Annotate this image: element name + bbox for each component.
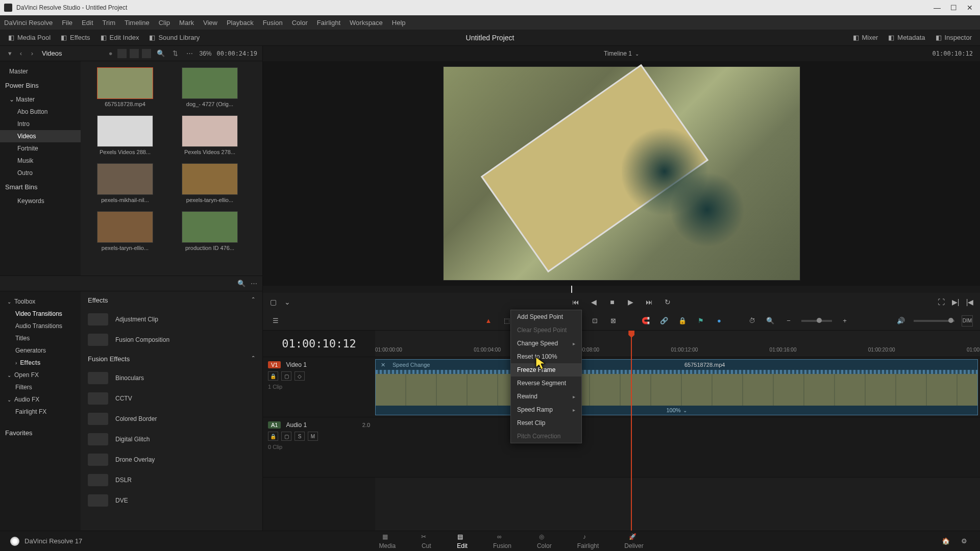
collapse-icon[interactable]: ⌃ — [251, 355, 255, 363]
ctx-change-speed[interactable]: Change Speed▸ — [511, 337, 581, 350]
dropdown-icon[interactable]: ▾ — [5, 49, 14, 58]
clip-thumbnail[interactable] — [97, 211, 153, 243]
clip-item[interactable]: Pexels Videos 278... — [172, 115, 248, 155]
nav-back-icon[interactable]: ‹ — [16, 49, 26, 58]
view-grid-icon[interactable] — [130, 49, 139, 58]
menu-fusion[interactable]: Fusion — [263, 19, 283, 27]
dim-button[interactable]: DIM — [962, 315, 973, 327]
effect-dslr[interactable]: DSLR — [81, 470, 262, 490]
zoom-pct[interactable]: 36% — [199, 50, 211, 57]
page-tab-color[interactable]: ◎Color — [537, 533, 552, 549]
view-list-icon[interactable] — [142, 49, 151, 58]
ctx-reverse-segment[interactable]: Reverse Segment — [511, 377, 581, 390]
bin-abo-button[interactable]: Abo Button — [0, 106, 81, 118]
page-tab-fairlight[interactable]: ♪Fairlight — [577, 533, 599, 549]
flag-icon[interactable]: ⚑ — [695, 315, 706, 327]
view-thumb-icon[interactable] — [117, 49, 127, 58]
media-pool[interactable]: ◧Media Pool — [8, 34, 51, 41]
menu-clip[interactable]: Clip — [159, 19, 170, 27]
bin-intro[interactable]: Intro — [0, 118, 81, 130]
link-icon[interactable]: 🔗 — [658, 315, 670, 327]
favorites-header[interactable]: Favorites — [0, 425, 81, 441]
loop-icon[interactable]: ↻ — [663, 297, 673, 307]
bin-videos[interactable]: Videos — [0, 130, 81, 142]
effects-tree-audio-transitions[interactable]: Audio Transitions — [0, 320, 81, 332]
search-icon[interactable]: 🔍 — [237, 280, 246, 287]
track-badge-a1[interactable]: A1 — [268, 421, 281, 429]
effects-tree-toolbox[interactable]: ⌄Toolbox — [0, 295, 81, 308]
ctx-rewind[interactable]: Rewind▸ — [511, 390, 581, 403]
edit-index[interactable]: ◧Edit Index — [101, 34, 139, 41]
timeline-view-icon[interactable]: ☰ — [270, 315, 281, 327]
bin-musik[interactable]: Musik — [0, 155, 81, 167]
menu-timeline[interactable]: Timeline — [125, 19, 150, 27]
metadata[interactable]: ◧Metadata — [888, 34, 925, 41]
effect-adjustment-clip[interactable]: Adjustment Clip — [81, 309, 262, 330]
magnet-icon[interactable]: 🧲 — [640, 315, 651, 327]
clip-item[interactable]: dog_- 4727 (Orig... — [172, 67, 248, 107]
page-tab-deliver[interactable]: 🚀Deliver — [624, 533, 643, 549]
nav-fwd-icon[interactable]: › — [28, 49, 37, 58]
effects-tree-titles[interactable]: Titles — [0, 332, 81, 344]
page-tab-edit[interactable]: ▤Edit — [457, 533, 468, 549]
overwrite-icon[interactable]: ⊡ — [589, 315, 600, 327]
clip-thumbnail[interactable] — [182, 67, 238, 99]
clip-thumbnail[interactable] — [97, 67, 153, 99]
more-icon[interactable]: ⋯ — [185, 49, 194, 58]
maximize-button[interactable]: ☐ — [947, 2, 960, 14]
effects[interactable]: ◧Effects — [61, 34, 90, 41]
clip-thumbnail[interactable] — [182, 115, 238, 147]
clip-item[interactable]: Pexels Videos 288... — [87, 115, 163, 155]
chevron-down-icon[interactable]: ⌄ — [635, 51, 639, 57]
lock-track-icon[interactable]: 🔒 — [268, 432, 278, 441]
page-tab-fusion[interactable]: ∞Fusion — [493, 533, 511, 549]
sort-icon[interactable]: ⇅ — [170, 49, 180, 58]
prev-clip-icon[interactable]: ⏮ — [571, 297, 581, 307]
ctx-reset-clip[interactable]: Reset Clip — [511, 416, 581, 430]
menu-playback[interactable]: Playback — [227, 19, 254, 27]
speed-value[interactable]: 100% — [666, 407, 680, 413]
stop-icon[interactable]: ■ — [607, 297, 618, 307]
clip-item[interactable]: 657518728.mp4 — [87, 67, 163, 107]
sound-library[interactable]: ◧Sound Library — [149, 34, 200, 41]
replace-icon[interactable]: ⊠ — [607, 315, 619, 327]
effect-dve[interactable]: DVE — [81, 490, 262, 511]
effect-digital-glitch[interactable]: Digital Glitch — [81, 429, 262, 449]
retime-icon[interactable]: ⏱ — [746, 315, 757, 327]
effects-tree-open-fx[interactable]: ⌄Open FX — [0, 369, 81, 381]
timeline-clip[interactable]: ✕ Speed Change 657518728.mp4 100%⌄ — [375, 359, 978, 415]
audio-track-lane[interactable] — [375, 417, 980, 478]
smart-bins-header[interactable]: Smart Bins — [0, 179, 81, 195]
zoom-out-icon[interactable]: − — [783, 315, 794, 327]
record-icon[interactable]: ● — [109, 49, 113, 57]
volume-slider[interactable] — [914, 320, 954, 322]
clip-thumbnail[interactable] — [182, 211, 238, 243]
ctx-add-speed-point[interactable]: Add Speed Point — [511, 310, 581, 323]
close-button[interactable]: ✕ — [964, 2, 976, 14]
effects-tree-generators[interactable]: Generators — [0, 344, 81, 357]
play-icon[interactable]: ▶ — [626, 297, 636, 307]
menu-file[interactable]: File — [62, 19, 72, 27]
effect-fusion-composition[interactable]: Fusion Composition — [81, 330, 262, 350]
playhead[interactable] — [631, 331, 632, 531]
effect-drone-overlay[interactable]: Drone Overlay — [81, 449, 262, 470]
ctx-reset-to-100%[interactable]: Reset to 100% — [511, 350, 581, 363]
viewer-mode-icon[interactable]: ▢ — [268, 297, 278, 307]
viewer-scrubber[interactable] — [263, 286, 980, 293]
menu-help[interactable]: Help — [392, 19, 406, 27]
clip-item[interactable]: pexels-taryn-ellio... — [172, 163, 248, 203]
clip-thumbnail[interactable] — [182, 163, 238, 195]
bin-fortnite[interactable]: Fortnite — [0, 142, 81, 155]
menu-color[interactable]: Color — [292, 19, 308, 27]
menu-view[interactable]: View — [203, 19, 217, 27]
settings-icon[interactable]: ⚙ — [959, 536, 970, 547]
clip-item[interactable]: pexels-mikhail-nil... — [87, 163, 163, 203]
search-icon[interactable]: 🔍 — [156, 49, 165, 58]
solo-icon[interactable]: S — [295, 432, 305, 441]
timeline-name[interactable]: Timeline 1 — [604, 50, 632, 57]
chevron-down-icon[interactable]: ⌄ — [683, 408, 687, 413]
zoom-slider[interactable] — [801, 320, 832, 322]
viewer[interactable] — [263, 61, 980, 286]
disable-track-icon[interactable]: ◇ — [295, 371, 305, 381]
video-track-header[interactable]: V1 Video 1 🔒 ▢ ◇ 1 Clip — [263, 357, 375, 417]
